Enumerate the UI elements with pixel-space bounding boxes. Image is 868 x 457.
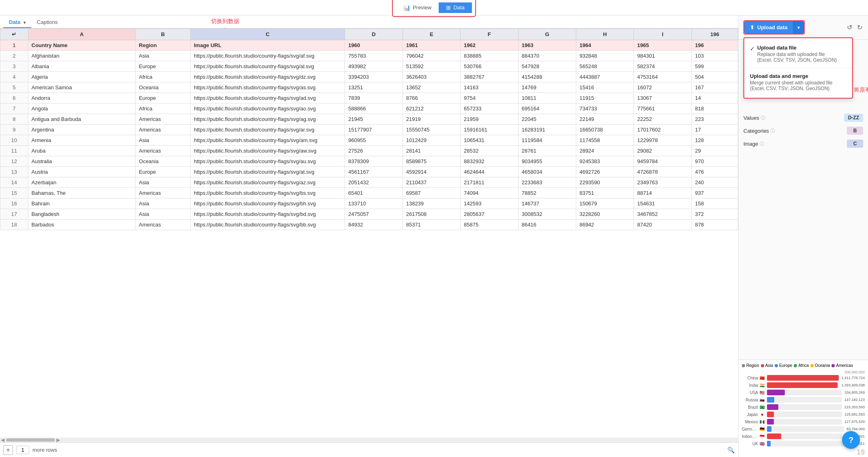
cell-1964: 28924: [576, 146, 633, 156]
col-header-a: A: [28, 29, 136, 40]
cell-1962: 838885: [461, 51, 518, 61]
cell-country: Andorra: [28, 93, 136, 103]
cell-1963: 9034955: [518, 156, 576, 167]
bar-label: UK: [742, 442, 758, 446]
data-tab[interactable]: ⊞ Data: [439, 2, 472, 13]
undo-button[interactable]: ↺: [846, 23, 853, 32]
cell-1963: 86416: [518, 220, 576, 230]
bar-label: Germany: [742, 427, 758, 431]
tab-captions[interactable]: Captions: [31, 17, 63, 28]
cell-1964: 83751: [576, 188, 633, 198]
row-num: 14: [0, 177, 28, 188]
scroll-right-arrow[interactable]: ▶: [56, 437, 60, 443]
cell-1961: 28141: [403, 146, 460, 156]
cell-1965: 3467852: [634, 209, 691, 220]
categories-info-icon[interactable]: ⓘ: [771, 128, 775, 134]
bar-track: [767, 412, 842, 417]
bar-val: 1,393,409,038: [841, 383, 865, 387]
dropdown-merge-item[interactable]: Upload data and merge Merge current shee…: [744, 70, 852, 95]
cell-1960: 133710: [345, 198, 403, 209]
row-num: 12: [0, 156, 28, 167]
bar-label: Brazil: [742, 405, 758, 410]
search-icon[interactable]: 🔍: [727, 446, 735, 454]
cell-region-header: Region: [136, 40, 190, 51]
cell-1962: 14163: [461, 82, 518, 93]
preview-tab[interactable]: 📊 Preview: [396, 2, 439, 13]
table-row: 18 Barbados Americas https://public.flou…: [0, 220, 738, 230]
cell-196x: 223: [691, 114, 738, 125]
cell-1962: 28532: [461, 146, 518, 156]
chart-bar-row: Germany 🇩🇪 83,794,000: [742, 426, 865, 432]
cell-country: Angola: [28, 103, 136, 114]
cell-region: Americas: [136, 146, 190, 156]
cell-region: Europe: [136, 167, 190, 177]
cell-1964: 734733: [576, 103, 633, 114]
tab-data-arrow: ▾: [24, 20, 26, 25]
table-row: 12 Australia Oceania https://public.flou…: [0, 156, 738, 167]
row-num: 15: [0, 188, 28, 198]
cell-region: Asia: [136, 177, 190, 188]
table-wrapper[interactable]: ↵ A B C D E F G H I 196: [0, 28, 738, 438]
cell-1965-header: 1965: [634, 40, 691, 51]
legend-item: Region: [742, 363, 759, 368]
cell-196x: 29: [691, 146, 738, 156]
cell-1961: 138239: [403, 198, 460, 209]
upload-dropdown-arrow[interactable]: ▾: [793, 21, 804, 34]
image-badge[interactable]: C: [847, 140, 863, 148]
upload-data-button[interactable]: ⬆ Upload data: [744, 21, 793, 34]
cell-region: Americas: [136, 125, 190, 135]
values-badge[interactable]: D-ZZ: [844, 114, 863, 122]
help-button[interactable]: ?: [842, 431, 860, 449]
cell-region: Asia: [136, 198, 190, 209]
cell-1961: 3626403: [403, 72, 460, 82]
bar-val: 83,794,000: [846, 427, 865, 431]
tab-data[interactable]: Data ▾: [3, 17, 31, 28]
scrollbar-thumb[interactable]: [6, 438, 55, 442]
legend-item: Asia: [761, 363, 773, 368]
legend-item: Africa: [794, 363, 809, 368]
cell-url: https://public.flourish.studio/country-f…: [190, 82, 345, 93]
scroll-left-arrow[interactable]: ◀: [1, 437, 4, 443]
horizontal-scrollbar[interactable]: ◀ ▶: [0, 438, 738, 442]
redo-button[interactable]: ↻: [856, 23, 863, 32]
cell-url: https://public.flourish.studio/country-f…: [190, 177, 345, 188]
cell-1961: 4592914: [403, 167, 460, 177]
top-bar: 切换到数据 ↓ 📊 Preview ⊞ Data: [0, 0, 868, 15]
cell-1964: 11915: [576, 93, 633, 103]
cell-url: https://public.flourish.studio/country-f…: [190, 72, 345, 82]
col-header-b: B: [136, 29, 190, 40]
dropdown-replace-item[interactable]: ✓ Upload data file Replace data with upl…: [744, 41, 852, 66]
table-row: 15 Bahamas, The Americas https://public.…: [0, 188, 738, 198]
cell-1963: 14769: [518, 82, 576, 93]
bar-flag: 🇯🇵: [760, 412, 765, 416]
cell-1960: 755783: [345, 51, 403, 61]
image-info-icon[interactable]: ⓘ: [760, 141, 764, 147]
cell-1963: 146737: [518, 198, 576, 209]
bar-val: 1,411,778,724: [841, 376, 865, 380]
table-row: 14 Azerbaijan Asia https://public.flouri…: [0, 177, 738, 188]
image-label: Image ⓘ: [743, 141, 764, 147]
cell-1963: 10811: [518, 93, 576, 103]
add-row-button[interactable]: +: [3, 445, 13, 455]
cell-1960: 7839: [345, 93, 403, 103]
row-num: 8: [0, 114, 28, 125]
cell-1960: 588866: [345, 103, 403, 114]
table-row: 6 Andorra Europe https://public.flourish…: [0, 93, 738, 103]
bar-flag: 🇮🇳: [760, 383, 765, 387]
cell-1965: 2349763: [634, 177, 691, 188]
row-count-input[interactable]: [16, 446, 29, 454]
cell-196x: 14: [691, 93, 738, 103]
bar-fill: [767, 426, 771, 432]
cell-196x: 818: [691, 103, 738, 114]
upload-icon: ⬆: [750, 24, 754, 30]
values-info-icon[interactable]: ⓘ: [761, 115, 765, 121]
bar-fill: [767, 412, 774, 417]
cell-url: https://public.flourish.studio/country-f…: [190, 114, 345, 125]
cell-1960: 84932: [345, 220, 403, 230]
cell-1965: 9459784: [634, 156, 691, 167]
legend-item: Americas: [831, 363, 853, 368]
categories-badge[interactable]: B: [847, 127, 863, 135]
cell-1963: 3008532: [518, 209, 576, 220]
cell-1962: 2171811: [461, 177, 518, 188]
bar-flag: 🇧🇷: [760, 405, 765, 409]
